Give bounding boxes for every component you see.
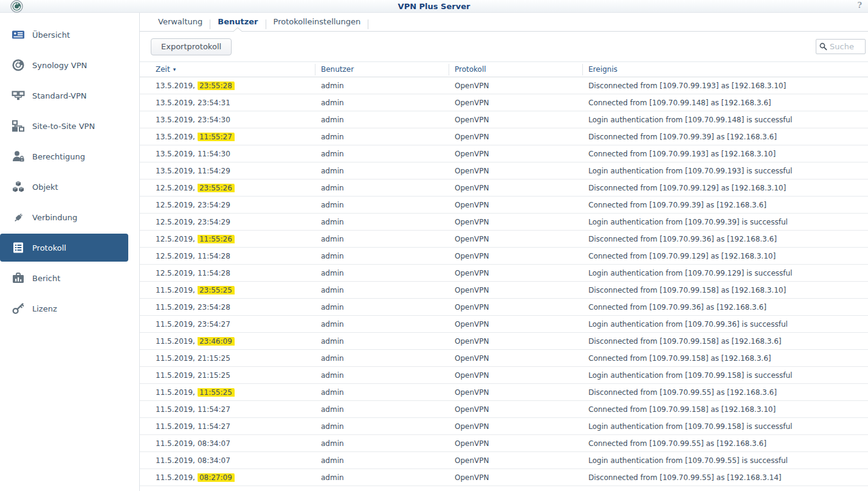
log-protocol: OpenVPN <box>449 320 582 329</box>
log-user: admin <box>315 439 449 448</box>
table-row[interactable]: 13.5.2019,23:55:28 admin OpenVPN Disconn… <box>140 77 868 94</box>
sidebar-item-protokoll[interactable]: Protokoll <box>0 234 128 262</box>
column-header-benutzer[interactable]: Benutzer <box>315 62 449 77</box>
column-header-ereignis[interactable]: Ereignis <box>582 62 868 77</box>
log-time: 23:55:25 <box>198 286 235 294</box>
table-row[interactable]: 11.5.2019,21:15:25 admin OpenVPN Connect… <box>140 350 868 367</box>
log-event: Disconnected from [109.70.99.55] as [192… <box>582 473 868 482</box>
log-user: admin <box>315 150 449 158</box>
log-user: admin <box>315 201 449 209</box>
sidebar-item-site-to-site-vpn[interactable]: Site-to-Site VPN <box>0 111 139 141</box>
tab-benutzer[interactable]: Benutzer <box>210 14 265 31</box>
log-protocol: OpenVPN <box>449 422 582 431</box>
log-user: admin <box>315 286 449 294</box>
sidebar-item-label: Verbindung <box>32 213 77 222</box>
search-box[interactable] <box>816 39 866 54</box>
table-row[interactable]: 12.5.2019,11:55:26 admin OpenVPN Disconn… <box>140 231 868 248</box>
log-protocol: OpenVPN <box>449 82 582 90</box>
table-row[interactable]: 11.5.2019,08:34:07 admin OpenVPN Login a… <box>140 452 868 469</box>
log-protocol: OpenVPN <box>449 337 582 346</box>
log-time-cell: 11.5.2019,23:55:25 <box>140 286 315 294</box>
table-row[interactable]: 11.5.2019,23:55:25 admin OpenVPN Disconn… <box>140 282 868 299</box>
export-log-button[interactable]: Exportprotokoll <box>151 38 232 55</box>
log-time-cell: 11.5.2019,23:46:09 <box>140 337 315 346</box>
log-date: 11.5.2019, <box>156 371 195 380</box>
log-protocol: OpenVPN <box>449 269 582 277</box>
log-event: Disconnected from [109.70.99.158] as [19… <box>582 337 868 346</box>
table-row[interactable]: 11.5.2019,23:54:28 admin OpenVPN Connect… <box>140 299 868 316</box>
log-event: Connected from [109.70.99.158] as [192.1… <box>582 405 868 414</box>
log-user: admin <box>315 388 449 397</box>
log-time-cell: 13.5.2019,11:54:29 <box>140 167 315 175</box>
table-row[interactable]: 11.5.2019,11:54:27 admin OpenVPN Login a… <box>140 418 868 435</box>
table-row[interactable]: 11.5.2019,08:27:09 admin OpenVPN Disconn… <box>140 469 868 486</box>
table-row[interactable]: 11.5.2019,21:15:25 admin OpenVPN Login a… <box>140 367 868 384</box>
table-row[interactable]: 11.5.2019,08:34:07 admin OpenVPN Connect… <box>140 435 868 452</box>
column-header-protokoll[interactable]: Protokoll <box>449 62 582 77</box>
table-row[interactable]: 12.5.2019,23:54:29 admin OpenVPN Connect… <box>140 197 868 214</box>
tab-protokolleinstellungen[interactable]: Protokolleinstellungen <box>266 14 368 31</box>
tab-verwaltung[interactable]: Verwaltung <box>151 14 210 31</box>
log-time-cell: 12.5.2019,23:54:29 <box>140 201 315 209</box>
log-date: 11.5.2019, <box>156 354 195 363</box>
log-user: admin <box>315 218 449 226</box>
log-event: Login authentication from [109.70.99.36]… <box>582 320 868 329</box>
sidebar-item-lizenz[interactable]: Lizenz <box>0 293 139 324</box>
table-row[interactable]: 11.5.2019,23:46:09 admin OpenVPN Disconn… <box>140 333 868 350</box>
log-event: Login authentication from [109.70.99.55]… <box>582 456 868 465</box>
log-date: 13.5.2019, <box>156 133 195 141</box>
log-protocol: OpenVPN <box>449 116 582 124</box>
help-icon[interactable]: ? <box>857 1 862 10</box>
window-titlebar: VPN Plus Server ? <box>0 0 868 13</box>
log-time-cell: 12.5.2019,11:55:26 <box>140 235 315 243</box>
sidebar-item-verbindung[interactable]: Verbindung <box>0 202 139 232</box>
log-time-cell: 11.5.2019,08:34:07 <box>140 439 315 448</box>
log-event: Login authentication from [109.70.99.193… <box>582 167 868 175</box>
table-row[interactable]: 13.5.2019,11:55:27 admin OpenVPN Disconn… <box>140 128 868 145</box>
log-user: admin <box>315 320 449 329</box>
search-input[interactable] <box>830 42 862 51</box>
table-row[interactable]: 13.5.2019,23:54:31 admin OpenVPN Connect… <box>140 94 868 111</box>
table-row[interactable]: 12.5.2019,23:54:29 admin OpenVPN Login a… <box>140 214 868 231</box>
column-header-zeit[interactable]: Zeit ▾ <box>140 62 315 77</box>
table-row[interactable]: 13.5.2019,23:54:30 admin OpenVPN Login a… <box>140 111 868 128</box>
log-icon <box>11 240 26 255</box>
table-row[interactable]: 13.5.2019,11:54:30 admin OpenVPN Connect… <box>140 145 868 162</box>
log-date: 13.5.2019, <box>156 99 195 107</box>
table-row[interactable]: 12.5.2019,11:54:28 admin OpenVPN Connect… <box>140 248 868 265</box>
log-time-cell: 13.5.2019,23:54:30 <box>140 116 315 124</box>
sidebar-item-bericht[interactable]: Bericht <box>0 263 139 293</box>
sidebar-item-label: Übersicht <box>32 30 70 40</box>
table-row[interactable]: 12.5.2019,23:55:26 admin OpenVPN Disconn… <box>140 179 868 197</box>
log-user: admin <box>315 303 449 312</box>
sidebar-item-uebersicht[interactable]: Übersicht <box>0 19 139 50</box>
sidebar-item-label: Synology VPN <box>32 61 87 70</box>
log-protocol: OpenVPN <box>449 201 582 209</box>
table-row[interactable]: 11.5.2019,11:55:25 admin OpenVPN Disconn… <box>140 384 868 401</box>
log-user: admin <box>315 235 449 243</box>
log-time: 11:54:29 <box>198 167 230 175</box>
table-row[interactable]: 11.5.2019,23:54:27 admin OpenVPN Login a… <box>140 316 868 333</box>
table-header: Zeit ▾ Benutzer Protokoll Ereignis <box>140 62 868 77</box>
log-time: 11:55:26 <box>198 235 235 243</box>
sidebar-item-synology-vpn[interactable]: Synology VPN <box>0 50 139 80</box>
log-user: admin <box>315 422 449 431</box>
sidebar-item-berechtigung[interactable]: Berechtigung <box>0 141 139 172</box>
log-event: Connected from [109.70.99.39] as [192.16… <box>582 201 868 209</box>
log-protocol: OpenVPN <box>449 286 582 294</box>
log-protocol: OpenVPN <box>449 133 582 141</box>
log-time: 11:54:30 <box>198 150 230 158</box>
log-time: 23:54:29 <box>198 201 230 209</box>
log-time-cell: 12.5.2019,23:54:29 <box>140 218 315 226</box>
table-row[interactable]: 13.5.2019,11:54:29 admin OpenVPN Login a… <box>140 162 868 179</box>
log-date: 11.5.2019, <box>156 405 195 414</box>
log-date: 12.5.2019, <box>156 252 195 260</box>
log-time: 08:27:09 <box>198 473 235 482</box>
table-row[interactable]: 12.5.2019,11:54:28 admin OpenVPN Login a… <box>140 265 868 282</box>
table-row[interactable]: 11.5.2019,11:54:27 admin OpenVPN Connect… <box>140 401 868 418</box>
window-title: VPN Plus Server <box>0 0 868 13</box>
log-user: admin <box>315 354 449 363</box>
sidebar-item-objekt[interactable]: Objekt <box>0 172 139 202</box>
log-protocol: OpenVPN <box>449 150 582 158</box>
sidebar-item-standard-vpn[interactable]: Standard-VPN <box>0 80 139 111</box>
